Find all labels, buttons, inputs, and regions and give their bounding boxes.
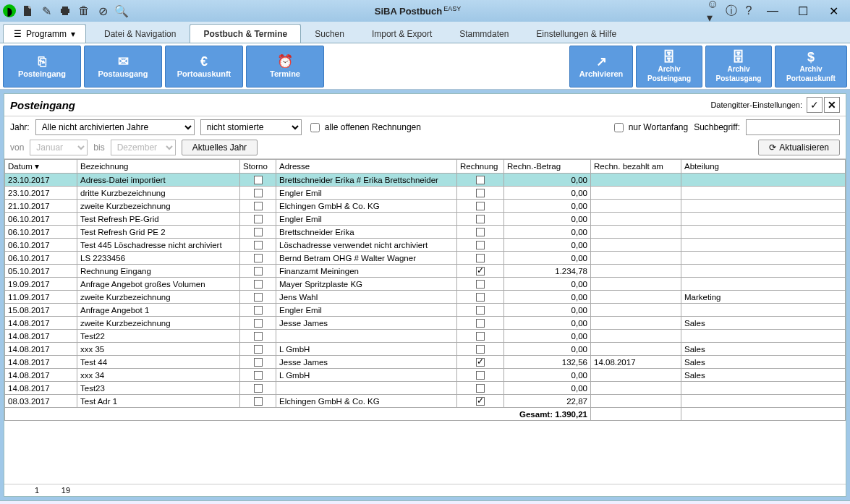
grid-settings-cancel-button[interactable]: ✕ (824, 97, 840, 113)
tab-stammdaten[interactable]: Stammdaten (446, 24, 522, 43)
archiv-postausgang-button[interactable]: 🗄ArchivPostausgang (705, 46, 772, 87)
storno-checkbox[interactable] (254, 371, 263, 380)
print-icon[interactable] (58, 4, 72, 18)
rechnung-checkbox[interactable] (476, 241, 485, 249)
table-row[interactable]: 23.10.2017dritte KurzbezeichnungEngler E… (5, 187, 846, 200)
help-icon[interactable]: ? (741, 4, 756, 18)
aktualisieren-button[interactable]: ⟳Aktualisieren (758, 140, 840, 155)
table-row[interactable]: 15.08.2017Anfrage Angebot 1Engler Emil0,… (5, 304, 846, 317)
user-icon[interactable]: ☺ ▾ (707, 4, 721, 18)
month-to-select[interactable]: Dezember (111, 140, 176, 155)
wortanfang-checkbox[interactable]: nur Wortanfang (611, 121, 689, 134)
archiv-porto-button[interactable]: $ArchivPortoauskunft (775, 46, 847, 87)
info-icon[interactable]: ⓘ (724, 4, 739, 18)
storno-checkbox[interactable] (254, 384, 263, 393)
col-adresse: Adresse (276, 160, 457, 174)
maximize-button[interactable]: ☐ (789, 2, 817, 20)
table-row[interactable]: 21.10.2017zweite KurzbezeichnungElchinge… (5, 200, 846, 213)
ribbon-body: ⎘Posteingang ✉Postausgang €Portoauskunft… (0, 43, 850, 90)
aktuelles-jahr-button[interactable]: Aktuelles Jahr (182, 140, 258, 155)
storno-checkbox[interactable] (254, 254, 263, 262)
rechnung-checkbox[interactable] (476, 345, 485, 354)
col-bezahlt: Rechn. bezahlt am (591, 160, 681, 174)
rechnung-checkbox[interactable] (476, 293, 485, 302)
tab-suchen[interactable]: Suchen (301, 24, 358, 43)
storno-checkbox[interactable] (254, 306, 263, 315)
rechnung-checkbox[interactable] (476, 397, 485, 406)
close-button[interactable]: ✕ (820, 2, 847, 20)
tab-import[interactable]: Import & Export (358, 24, 446, 43)
window-title: SiBA PostbuchEASY (129, 5, 707, 17)
table-row[interactable]: 08.03.2017Test Adr 1Elchingen GmbH & Co.… (5, 395, 846, 408)
rechnung-checkbox[interactable] (476, 332, 485, 341)
jahr-select[interactable]: Alle nicht archivierten Jahre (35, 119, 195, 135)
rechnung-checkbox[interactable] (476, 215, 485, 223)
rechnung-checkbox[interactable] (476, 202, 485, 210)
table-row[interactable]: 06.10.2017Test Refresh Grid PE 2Brettsch… (5, 226, 846, 239)
rechnung-checkbox[interactable] (476, 384, 485, 393)
table-row[interactable]: 06.10.2017Test 445 Löschadresse nicht ar… (5, 239, 846, 252)
table-row[interactable]: 11.09.2017zweite KurzbezeichnungJens Wah… (5, 291, 846, 304)
portoauskunft-button[interactable]: €Portoauskunft (165, 46, 243, 87)
archivieren-button[interactable]: ↗Archivieren (569, 46, 633, 87)
rechnung-checkbox[interactable] (476, 267, 485, 276)
table-header[interactable]: Datum ▾ Bezeichnung Storno Adresse Rechn… (5, 160, 846, 174)
new-icon[interactable] (20, 4, 35, 18)
postausgang-button[interactable]: ✉Postausgang (84, 46, 162, 87)
grid-settings-apply-button[interactable]: ✓ (807, 97, 823, 113)
delete-icon[interactable]: 🗑 (77, 4, 91, 18)
alle-offenen-checkbox[interactable]: alle offenen Rechnungen (307, 121, 421, 134)
table-row[interactable]: 14.08.2017zweite KurzbezeichnungJesse Ja… (5, 317, 846, 330)
storno-checkbox[interactable] (254, 228, 263, 236)
table-row[interactable]: 06.10.2017Test Refresh PE-GridEngler Emi… (5, 213, 846, 226)
tab-einstellungen[interactable]: Einstellungen & Hilfe (522, 24, 630, 43)
data-grid[interactable]: Datum ▾ Bezeichnung Storno Adresse Rechn… (4, 159, 846, 484)
storno-checkbox[interactable] (254, 176, 263, 184)
rechnung-checkbox[interactable] (476, 306, 485, 315)
table-row[interactable]: 23.10.2017Adress-Datei importiertBrettsc… (5, 174, 846, 187)
table-row[interactable]: 19.09.2017Anfrage Angebot großes Volumen… (5, 278, 846, 291)
termine-button[interactable]: ⏰Termine (246, 46, 324, 87)
program-menu-button[interactable]: ☰ Programm ▾ (3, 24, 86, 43)
tab-datei[interactable]: Datei & Navigation (90, 24, 190, 43)
storno-checkbox[interactable] (254, 293, 263, 302)
block-icon[interactable]: ⊘ (95, 4, 110, 18)
table-row[interactable]: 14.08.2017xxx 34L GmbH0,00Sales (5, 369, 846, 382)
table-row[interactable]: 14.08.2017Test230,00 (5, 382, 846, 395)
table-row[interactable]: 06.10.2017LS 2233456Bernd Betram OHG # W… (5, 252, 846, 265)
rechnung-checkbox[interactable] (476, 358, 485, 367)
rechnung-checkbox[interactable] (476, 189, 485, 197)
tab-postbuch[interactable]: Postbuch & Termine (190, 24, 301, 43)
storno-checkbox[interactable] (254, 319, 263, 328)
posteingang-button[interactable]: ⎘Posteingang (3, 46, 81, 87)
rechnung-checkbox[interactable] (476, 228, 485, 236)
rechnung-checkbox[interactable] (476, 280, 485, 289)
storno-checkbox[interactable] (254, 189, 263, 197)
table-row[interactable]: 14.08.2017xxx 35L GmbH0,00Sales (5, 343, 846, 356)
storno-checkbox[interactable] (254, 202, 263, 210)
storno-checkbox[interactable] (254, 345, 263, 354)
edit-icon[interactable]: ✎ (39, 4, 54, 18)
rechnung-checkbox[interactable] (476, 254, 485, 262)
grid-settings-label: Datengitter-Einstellungen: (710, 101, 802, 109)
minimize-button[interactable]: — (759, 2, 786, 20)
search-icon[interactable]: 🔍 (114, 4, 129, 18)
storno-checkbox[interactable] (254, 280, 263, 289)
rechnung-checkbox[interactable] (476, 319, 485, 328)
inbox-icon: ⎘ (38, 55, 46, 68)
archiv-posteingang-button[interactable]: 🗄ArchivPosteingang (636, 46, 702, 87)
month-from-select[interactable]: Januar (30, 140, 88, 155)
storno-checkbox[interactable] (254, 358, 263, 367)
rechnung-checkbox[interactable] (476, 371, 485, 380)
storno-checkbox[interactable] (254, 397, 263, 406)
storno-checkbox[interactable] (254, 332, 263, 341)
storno-checkbox[interactable] (254, 267, 263, 276)
table-row[interactable]: 05.10.2017Rechnung EingangFinanzamt Mein… (5, 265, 846, 278)
suchbegriff-input[interactable] (746, 119, 840, 135)
rechnung-checkbox[interactable] (476, 176, 485, 184)
table-row[interactable]: 14.08.2017Test 44Jesse James132,5614.08.… (5, 356, 846, 369)
storno-checkbox[interactable] (254, 241, 263, 249)
storno-checkbox[interactable] (254, 215, 263, 223)
table-row[interactable]: 14.08.2017Test220,00 (5, 330, 846, 343)
storno-select[interactable]: nicht stornierte (200, 119, 302, 135)
